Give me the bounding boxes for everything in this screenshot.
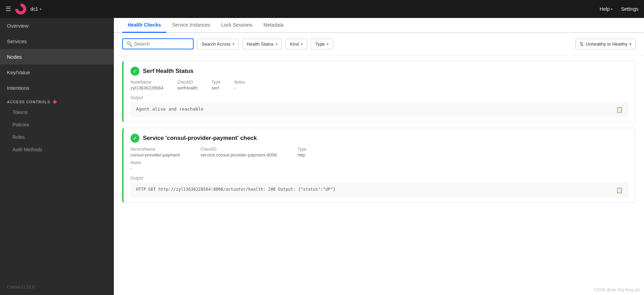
help-link[interactable]: Help ▾ [600,6,613,12]
sidebar-item-overview[interactable]: Overview [0,18,114,34]
settings-label: Settings [621,6,638,12]
filters-bar: 🔍 Search Across ▾ Health Status ▾ Kind ▾… [114,33,644,55]
search-icon: 🔍 [126,41,132,47]
sidebar-item-tokens[interactable]: Tokens [0,106,114,118]
field-label: CheckID [177,80,197,85]
search-across-button[interactable]: Search Across ▾ [197,39,239,49]
field-label: CheckID [201,147,277,152]
field-value: consul-provider-payment [130,152,180,158]
sidebar-item-key-value[interactable]: Key/Value [0,65,114,80]
check-status-icon-passing: ✓ [130,67,139,76]
sidebar-item-nodes[interactable]: Nodes [0,49,114,65]
field-checkid: CheckID serfHealth [177,80,197,91]
help-chevron-icon: ▾ [611,7,613,11]
health-status-chevron-icon: ▾ [276,42,277,46]
check-card-serf: ✓ Serf Health Status NodeName zyl1363622… [122,61,636,122]
search-across-label: Search Across [202,41,231,47]
field-checkid2: CheckID service:consul-provider-payment-… [201,147,277,158]
field-value: - [234,85,245,91]
check-fields-row2: Notes - [130,160,628,171]
access-controls-label: ACCESS CONTROLS [7,100,50,104]
field-label: Type [212,80,221,85]
field-label: ServiceName [130,147,180,152]
field-type: Type serf [212,80,221,91]
field-value: http [297,152,306,158]
sidebar-item-label: Services [7,38,27,44]
output-label2: Output [130,176,628,181]
sidebar-item-intentions[interactable]: Intentions [0,80,114,96]
main-layout: Overview Services Nodes Key/Value Intent… [0,18,644,295]
settings-link[interactable]: Settings [621,6,638,12]
search-across-chevron-icon: ▾ [233,42,234,46]
check-card-header: ✓ Service 'consul-provider-payment' chec… [124,128,635,147]
check-fields-row1: ServiceName consul-provider-payment Chec… [130,147,628,158]
dc-chevron: ▾ [40,7,41,11]
logo-inner [18,7,23,11]
sort-label: Unhealthy to Healthy [586,41,627,47]
sort-icon: ⇅ [580,41,584,47]
dc-name: dc1 [30,6,38,12]
menu-icon[interactable]: ☰ [6,5,11,13]
output-text2: HTTP GET http://zyl13636228564:8006/actu… [136,187,335,192]
field-value: - [130,166,141,171]
copy-icon2[interactable]: 📋 [616,187,623,193]
access-controls-dot [53,100,57,104]
kind-label: Kind [290,41,299,47]
sidebar-sub-label: Auth Methods [12,147,42,152]
sidebar-sub-label: Policies [12,122,29,127]
field-notes2: Notes - [130,160,141,171]
tab-service-instances[interactable]: Service Instances [166,18,216,33]
access-controls-section: ACCESS CONTROLS [0,96,114,106]
sidebar-item-roles[interactable]: Roles [0,131,114,143]
sort-chevron-icon: ▾ [630,42,631,46]
field-label: Notes [130,160,141,165]
content-area: Health Checks Service Instances Lock Ses… [114,18,644,295]
check-status-icon-passing2: ✓ [130,134,139,143]
sidebar-item-services[interactable]: Services [0,34,114,49]
field-type2: Type http [297,147,306,158]
field-value: serfHealth [177,85,197,91]
search-input[interactable] [134,41,189,47]
help-label: Help [600,6,610,12]
health-status-button[interactable]: Health Status ▾ [242,39,282,49]
type-chevron-icon: ▾ [327,42,329,46]
sidebar-item-policies[interactable]: Policies [0,118,114,131]
type-button[interactable]: Type ▾ [311,39,333,49]
watermark: CSDN @qie ting feng yin [594,287,640,292]
output-text: Agent alive and reachable [136,106,204,112]
sort-button[interactable]: ⇅ Unhealthy to Healthy ▾ [575,39,636,49]
field-value: service:consul-provider-payment-8006 [201,152,277,158]
topnav-right: Help ▾ Settings [600,6,638,12]
field-servicename: ServiceName consul-provider-payment [130,147,180,158]
tab-lock-sessions[interactable]: Lock Sessions [216,18,258,33]
sidebar-item-label: Intentions [7,85,29,91]
consul-logo [15,3,26,15]
sidebar-item-label: Nodes [7,54,22,60]
type-label: Type [315,41,325,47]
field-value: serf [212,85,221,91]
check-title-payment: Service 'consul-provider-payment' check [143,135,257,142]
field-label: Notes [234,80,245,85]
sidebar: Overview Services Nodes Key/Value Intent… [0,18,114,295]
check-fields: NodeName zyl13636228564 CheckID serfHeal… [124,80,635,94]
consul-version: Consul v1.12.0 [0,279,114,295]
kind-chevron-icon: ▾ [301,42,303,46]
tab-label: Metadata [263,22,283,28]
sidebar-item-label: Key/Value [7,69,30,75]
sidebar-item-auth-methods[interactable]: Auth Methods [0,143,114,156]
sidebar-sub-label: Tokens [12,110,28,115]
copy-icon[interactable]: 📋 [616,106,623,113]
check-fields-wide: ServiceName consul-provider-payment Chec… [124,147,635,174]
tab-health-checks[interactable]: Health Checks [122,18,166,33]
dc-selector[interactable]: dc1 ▾ [30,6,41,12]
kind-button[interactable]: Kind ▾ [285,39,307,49]
sidebar-sub-label: Roles [12,134,25,140]
output-label: Output [130,95,628,100]
field-nodename: NodeName zyl13636228564 [130,80,163,91]
tab-metadata[interactable]: Metadata [258,18,289,33]
search-box[interactable]: 🔍 [122,38,194,49]
check-card-header: ✓ Serf Health Status [124,61,635,80]
output-box: Agent alive and reachable 📋 [130,102,628,117]
field-value: zyl13636228564 [130,85,163,91]
output-box2: HTTP GET http://zyl13636228564:8006/actu… [130,183,628,198]
